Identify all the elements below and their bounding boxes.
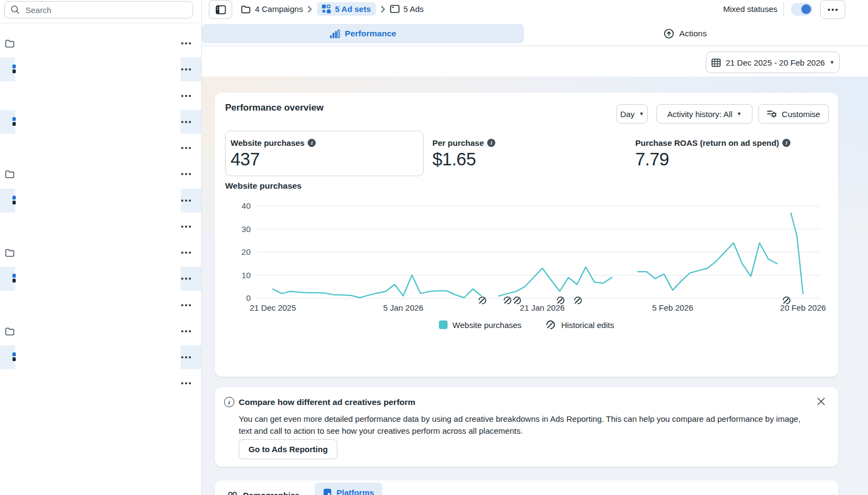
sidebar-collapse-button[interactable] [209, 0, 232, 19]
info-icon[interactable]: i [782, 139, 790, 147]
info-icon[interactable]: i [487, 139, 495, 147]
row-menu-button[interactable] [181, 278, 191, 280]
breakdowns-card: Demographics Platforms [215, 480, 838, 495]
folder-icon [4, 38, 15, 49]
bar-chart-icon [330, 29, 340, 38]
svg-text:20: 20 [241, 247, 251, 256]
metric-value: 7.79 [635, 149, 669, 170]
customise-sliders-icon [767, 109, 777, 119]
metric-value: 437 [231, 149, 260, 170]
chart-legend: Website purchases Historical edits [215, 319, 838, 330]
svg-text:21 Dec 2025: 21 Dec 2025 [250, 303, 296, 312]
breakdown-tabs: Demographics Platforms [227, 483, 382, 495]
row-menu-button[interactable] [181, 147, 191, 149]
metric-label-text: Per purchase [432, 138, 484, 147]
historical-edit-icon[interactable] [478, 296, 487, 305]
date-range-button[interactable]: 21 Dec 2025 - 20 Feb 2026 ▼ [706, 52, 840, 73]
close-icon[interactable] [817, 397, 825, 406]
row-menu-button[interactable] [181, 252, 191, 254]
customise-button[interactable]: Customise [758, 104, 829, 124]
row-menu-button[interactable] [181, 330, 191, 332]
tab-actions-label: Actions [679, 29, 707, 38]
adset-grid-icon [12, 196, 16, 204]
row-menu-button[interactable] [181, 304, 191, 306]
svg-text:30: 30 [241, 224, 251, 234]
sidebar-row-campaign[interactable] [0, 30, 201, 56]
row-menu-button[interactable] [181, 68, 191, 70]
sidebar-row-adset-selected[interactable] [0, 188, 201, 214]
historical-edit-icon[interactable] [503, 296, 512, 305]
row-menu-button[interactable] [181, 200, 191, 202]
breadcrumb-ads[interactable]: 5 Ads [390, 4, 424, 14]
search-box[interactable] [4, 1, 193, 18]
sidebar [0, 0, 202, 495]
sidebar-row-adset-selected[interactable] [0, 266, 201, 292]
adset-grid-icon [12, 352, 16, 361]
legend-website-purchases: Website purchases [439, 320, 521, 330]
info-icon[interactable]: i [308, 139, 316, 147]
granularity-dropdown[interactable]: Day ▼ [616, 104, 648, 124]
adset-grid-icon [12, 274, 16, 282]
chart-title: Website purchases [225, 181, 302, 191]
toggle-knob [801, 4, 811, 14]
sidebar-row-campaign[interactable] [0, 318, 201, 344]
platforms-icon [323, 488, 331, 495]
sidebar-row-ad[interactable] [0, 370, 201, 396]
sidebar-row-adset-selected[interactable] [0, 56, 201, 82]
legend-label: Website purchases [452, 320, 521, 330]
row-menu-button[interactable] [181, 356, 191, 358]
tip-title: Compare how different ad creatives perfo… [239, 397, 416, 407]
metric-value: $1.65 [432, 149, 476, 170]
info-outline-icon: i [224, 397, 234, 407]
tab-demographics[interactable]: Demographics [227, 490, 299, 495]
sidebar-row-campaign[interactable] [0, 240, 201, 266]
historical-edit-icon[interactable] [513, 296, 522, 305]
more-options-button[interactable] [820, 0, 845, 19]
historical-edit-icon[interactable] [556, 296, 565, 305]
row-menu-button[interactable] [181, 173, 191, 175]
row-menu-button[interactable] [181, 382, 191, 384]
search-input[interactable] [24, 5, 187, 15]
svg-text:10: 10 [241, 271, 251, 280]
tab-actions[interactable]: Actions [524, 24, 846, 43]
activity-history-dropdown[interactable]: Activity history: All ▼ [656, 104, 752, 124]
row-menu-button[interactable] [181, 226, 191, 228]
metric-label-text: Purchase ROAS (return on ad spend) [635, 138, 779, 147]
sidebar-row-adset-selected[interactable] [0, 344, 201, 370]
breadcrumb-adsets[interactable]: 5 Ad sets [317, 2, 375, 16]
ads-manager-page: 4 Campaigns 5 Ad sets 5 Ads Mixed status… [0, 0, 868, 495]
folder-icon [4, 247, 15, 258]
metric-label: Purchase ROAS (return on ad spend) i [635, 138, 790, 147]
sidebar-row-ad[interactable] [0, 292, 201, 318]
svg-text:5 Jan 2026: 5 Jan 2026 [383, 303, 423, 312]
historical-edit-icon[interactable] [573, 296, 583, 305]
legend-historical-edits: Historical edits [545, 319, 614, 330]
header-divider-vertical [783, 2, 784, 16]
activity-history-label: Activity history: All [667, 110, 732, 119]
performance-overview-card: Performance overview Day ▼ Activity hist… [215, 93, 838, 377]
sidebar-row-adset-selected[interactable] [0, 109, 201, 135]
svg-text:5 Feb 2026: 5 Feb 2026 [652, 303, 693, 312]
tab-performance[interactable]: Performance [202, 24, 524, 43]
status-toggle[interactable] [791, 3, 813, 16]
tab-performance-label: Performance [345, 29, 397, 38]
folder-icon [240, 4, 251, 15]
sidebar-row-ad[interactable] [0, 83, 201, 109]
metric-label: Website purchases i [231, 138, 316, 147]
search-icon [10, 5, 20, 15]
teal-series-swatch [439, 320, 448, 329]
tab-platforms[interactable]: Platforms [315, 483, 382, 495]
row-menu-button[interactable] [181, 121, 191, 123]
breadcrumb-campaigns[interactable]: 4 Campaigns [240, 4, 303, 15]
row-menu-button[interactable] [181, 95, 191, 97]
sidebar-row-campaign[interactable] [0, 161, 201, 187]
adset-grid-icon [12, 65, 16, 73]
mixed-statuses-label: Mixed statuses [723, 4, 777, 14]
historical-edit-icon[interactable] [782, 296, 791, 305]
go-to-ads-reporting-button[interactable]: Go to Ads Reporting [239, 439, 337, 459]
sidebar-row-ad[interactable] [0, 135, 201, 161]
sidebar-row-ad[interactable] [0, 214, 201, 240]
caret-down-icon: ▼ [829, 60, 834, 65]
row-menu-button[interactable] [181, 42, 191, 44]
tip-body: You can get even more detailed performan… [239, 413, 806, 436]
